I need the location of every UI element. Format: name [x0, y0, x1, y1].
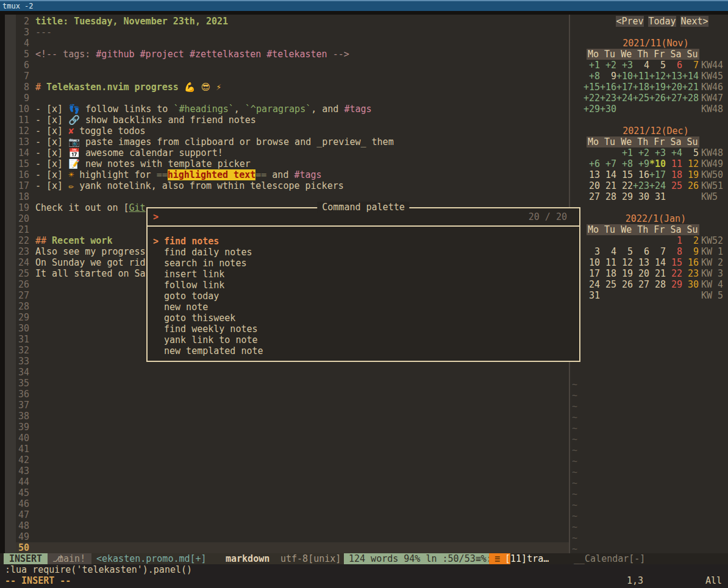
calendar-day[interactable]: 31 — [649, 191, 666, 202]
calendar-day[interactable]: 14 — [600, 169, 616, 180]
editor-line[interactable]: 11- [x] 🔗 show backlinks and friend note… — [0, 115, 569, 126]
calendar-day[interactable]: +27 — [666, 93, 682, 104]
editor-line[interactable]: 2title: Tuesday, November 23th, 2021 — [0, 16, 569, 27]
editor-line[interactable]: 47 — [0, 509, 569, 520]
calendar-day[interactable]: 30 — [682, 279, 699, 290]
calendar-day[interactable]: +23 — [600, 93, 616, 104]
calendar-day[interactable]: 26 — [616, 279, 633, 290]
calendar-day[interactable]: 27 — [633, 279, 649, 290]
calendar-day[interactable]: +16 — [600, 82, 616, 93]
calendar-nav-today-button[interactable]: Today — [648, 16, 676, 27]
calendar-day[interactable]: 18 — [600, 268, 616, 279]
calendar-day[interactable]: +3 — [616, 60, 633, 71]
calendar-day[interactable]: +17 — [649, 169, 666, 180]
editor-line[interactable]: 46 — [0, 498, 569, 509]
calendar-day[interactable]: 31 — [583, 290, 600, 301]
calendar-day[interactable]: +18 — [633, 82, 649, 93]
calendar-day[interactable]: 28 — [600, 191, 616, 202]
calendar-day[interactable]: 9 — [682, 246, 699, 257]
editor-line[interactable]: 42 — [0, 455, 569, 466]
calendar-day[interactable]: 22 — [666, 268, 682, 279]
editor-line[interactable]: 39 — [0, 422, 569, 433]
calendar-day[interactable]: +24 — [616, 93, 633, 104]
calendar-day[interactable]: +3 — [649, 147, 666, 158]
palette-item[interactable]: follow link — [148, 280, 579, 291]
calendar-day[interactable]: 12 — [616, 257, 633, 268]
calendar-day[interactable]: +8 — [616, 158, 633, 169]
editor-line[interactable]: 49 — [0, 531, 569, 542]
calendar-day[interactable]: 13 — [583, 169, 600, 180]
calendar-day[interactable]: 23 — [682, 268, 699, 279]
palette-item[interactable]: goto thisweek — [148, 313, 579, 324]
calendar-day[interactable]: +6 — [583, 158, 600, 169]
editor-line[interactable]: 18 — [0, 191, 569, 202]
editor-line[interactable]: 14- [x] 📅 awesome calendar support! — [0, 147, 569, 158]
editor-line[interactable]: 6 — [0, 60, 569, 71]
palette-item[interactable]: insert link — [148, 269, 579, 280]
calendar-day[interactable]: 26 — [682, 180, 699, 191]
palette-item[interactable]: search in notes — [148, 258, 579, 269]
calendar-day[interactable]: +28 — [682, 93, 699, 104]
calendar-day[interactable]: 16 — [633, 169, 649, 180]
calendar-day[interactable]: +17 — [616, 82, 633, 93]
calendar-day[interactable]: 19 — [682, 169, 699, 180]
palette-item[interactable]: >find notes — [148, 236, 579, 247]
calendar-nav-prev-button[interactable]: <Prev — [616, 16, 644, 27]
calendar-day[interactable]: +12 — [649, 71, 666, 82]
calendar-day[interactable]: +9 — [633, 158, 649, 169]
calendar-day[interactable]: 17 — [583, 268, 600, 279]
calendar-day[interactable]: 2 — [682, 235, 699, 246]
editor-line[interactable]: 9 — [0, 93, 569, 104]
editor-line[interactable]: 43 — [0, 466, 569, 476]
editor-line[interactable]: 44 — [0, 476, 569, 487]
calendar-day[interactable]: +19 — [649, 82, 666, 93]
calendar-day[interactable]: 5 — [649, 60, 666, 71]
palette-item[interactable]: find weekly notes — [148, 324, 579, 335]
calendar-day[interactable]: +25 — [633, 93, 649, 104]
calendar-day[interactable]: 1 — [666, 235, 682, 246]
calendar-day[interactable]: +24 — [649, 180, 666, 191]
calendar-day[interactable]: 15 — [666, 257, 682, 268]
calendar-day[interactable]: +8 — [583, 71, 600, 82]
editor-line[interactable]: 37 — [0, 400, 569, 411]
calendar-day[interactable]: +2 — [633, 147, 649, 158]
editor-line[interactable]: 5<!-- tags: #github #project #zettelkast… — [0, 49, 569, 60]
editor-line[interactable]: 35 — [0, 378, 569, 389]
editor-line[interactable]: 45 — [0, 487, 569, 498]
calendar-day[interactable]: 7 — [682, 60, 699, 71]
calendar-day[interactable]: 15 — [616, 169, 633, 180]
calendar-day[interactable]: 4 — [600, 246, 616, 257]
calendar-day[interactable]: +10 — [616, 71, 633, 82]
calendar-day[interactable]: 27 — [583, 191, 600, 202]
calendar-day[interactable]: 11 — [600, 257, 616, 268]
calendar-day[interactable]: 21 — [600, 180, 616, 191]
editor-line[interactable]: 41 — [0, 444, 569, 455]
calendar-day[interactable]: +7 — [600, 158, 616, 169]
editor-line[interactable]: 10- [x] 👣 follow links to `#headings`, `… — [0, 104, 569, 115]
editor-line[interactable]: 34 — [0, 367, 569, 378]
calendar-day[interactable]: 8 — [666, 246, 682, 257]
calendar-day[interactable]: +1 — [616, 147, 633, 158]
palette-item[interactable]: new templated note — [148, 345, 579, 356]
calendar-day[interactable]: 18 — [666, 169, 682, 180]
calendar-day[interactable]: +20 — [666, 82, 682, 93]
calendar-day[interactable]: 6 — [633, 246, 649, 257]
calendar-day[interactable]: 4 — [633, 60, 649, 71]
editor-line[interactable]: 8# Telekasten.nvim progress 💪 😎 ⚡ — [0, 82, 569, 93]
palette-item[interactable]: yank link to note — [148, 335, 579, 345]
editor-line[interactable]: 48 — [0, 520, 569, 531]
editor-line[interactable]: 12- [x] ✘ toggle todos — [0, 126, 569, 136]
palette-item[interactable]: find daily notes — [148, 247, 579, 258]
calendar-day[interactable]: +15 — [583, 82, 600, 93]
calendar-nav-next-button[interactable]: Next> — [680, 16, 708, 27]
calendar-day[interactable]: 30 — [633, 191, 649, 202]
palette-item[interactable]: goto today — [148, 291, 579, 302]
calendar-day[interactable]: 20 — [583, 180, 600, 191]
calendar-day[interactable]: 7 — [649, 246, 666, 257]
calendar-day[interactable]: 9 — [600, 71, 616, 82]
calendar-day[interactable]: 14 — [649, 257, 666, 268]
calendar-day[interactable]: 22 — [616, 180, 633, 191]
editor-line[interactable]: 15- [x] 📝 new notes with template picker — [0, 158, 569, 169]
calendar-day[interactable]: 25 — [666, 180, 682, 191]
calendar-day[interactable]: 21 — [649, 268, 666, 279]
